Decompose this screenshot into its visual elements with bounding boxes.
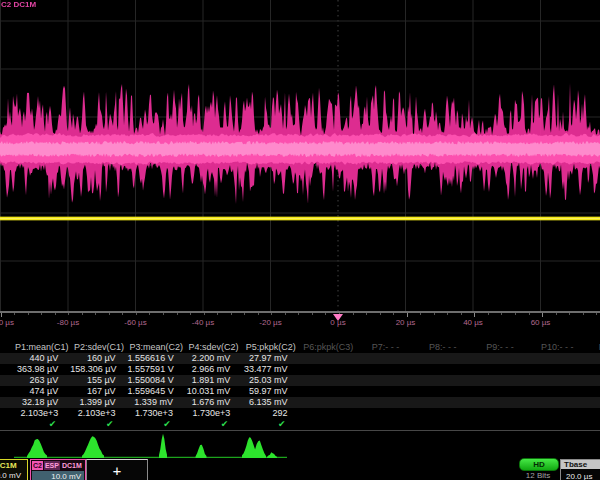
- timebase-title: Tbase: [561, 460, 600, 469]
- hd-bits-label: 12 Bits: [519, 471, 557, 480]
- axis-tick: [407, 313, 408, 317]
- measure-value-min: 155 µV: [70, 375, 115, 386]
- c2-filter-badge: ESP: [44, 461, 60, 470]
- axis-tick: [163, 313, 164, 315]
- axis-label: 60 µs: [531, 318, 551, 327]
- axis-tick: [177, 313, 178, 315]
- c2-scale-value: 10.0 mV: [51, 472, 81, 480]
- measure-column-header[interactable]: P3:mean(C2): [128, 342, 185, 353]
- measure-column-header[interactable]: P2:sdev(C1): [70, 342, 127, 353]
- axis-tick: [258, 313, 259, 315]
- measure-column-header[interactable]: P5:pkpk(C2): [242, 342, 299, 353]
- axis-label: -60 µs: [124, 318, 146, 327]
- axis-tick: [461, 313, 462, 315]
- measure-value-mean: 158.306 µV: [70, 364, 115, 375]
- axis-tick: [136, 313, 137, 315]
- histogram-peak: [82, 436, 104, 458]
- histogram-plot: [0, 431, 600, 459]
- axis-tick: [474, 313, 475, 317]
- measure-column-header[interactable]: P1:mean(C1): [13, 342, 70, 353]
- axis-tick: [95, 313, 96, 315]
- measure-status-check-icon: ✔: [128, 419, 171, 430]
- histogram-peak: [159, 434, 167, 458]
- measure-value-mean: 33.477 mV: [242, 364, 287, 375]
- measure-value-num: 2.103e+3: [70, 408, 115, 419]
- measure-value-num: 1.730e+3: [128, 408, 173, 419]
- measure-value-value: 1.556616 V: [128, 353, 173, 364]
- axis-tick: [569, 313, 570, 315]
- trace-descriptor-label: C2 DC1M: [1, 0, 36, 9]
- axis-tick: [596, 313, 597, 315]
- measurement-table: P1:mean(C1)440 µV363.98 µV263 µV474 µV32…: [0, 342, 600, 430]
- channel-c1-descriptor[interactable]: DC1M 20.0 mV: [0, 459, 28, 480]
- measure-value-mean: 2.966 mV: [185, 364, 230, 375]
- measure-value-max: 10.031 mV: [185, 386, 230, 397]
- measure-value-sdev: 1.399 µV: [70, 397, 115, 408]
- axis-tick: [434, 313, 435, 315]
- c1-coupling-label: DC1M: [0, 461, 17, 470]
- channel-c2-descriptor[interactable]: C2 ESP DC1M 10.0 mV: [30, 459, 86, 480]
- axis-tick: [271, 313, 272, 315]
- measure-value-min: 25.03 mV: [242, 375, 287, 386]
- measure-column-header[interactable]: P6:pkpk(C3): [300, 342, 357, 353]
- axis-tick: [542, 313, 543, 317]
- time-axis: -100 µs-80 µs-60 µs-40 µs-20 µs0 µs20 µs…: [0, 311, 600, 336]
- measure-value-sdev: 6.135 mV: [242, 397, 287, 408]
- hd-mode-button[interactable]: HD: [519, 458, 559, 471]
- axis-tick: [285, 313, 286, 315]
- measure-value-max: 474 µV: [13, 386, 58, 397]
- axis-tick: [204, 313, 205, 315]
- measure-value-sdev: 1.339 mV: [128, 397, 173, 408]
- measure-column-header[interactable]: P10:- - -: [529, 342, 586, 353]
- measure-value-mean: 363.98 µV: [13, 364, 58, 375]
- add-trace-box[interactable]: +: [86, 459, 148, 480]
- oscilloscope-screen: C2 DC1M -100 µs-80 µs-60 µs-40 µs-20 µs0…: [0, 0, 600, 480]
- axis-label: -40 µs: [192, 318, 214, 327]
- measure-value-max: 167 µV: [70, 386, 115, 397]
- measure-value-max: 1.559645 V: [128, 386, 173, 397]
- axis-tick: [366, 313, 367, 315]
- measure-column-header[interactable]: P4:sdev(C2): [185, 342, 242, 353]
- measure-column-header[interactable]: P7:- - -: [357, 342, 414, 353]
- axis-tick: [298, 313, 299, 315]
- axis-tick: [190, 313, 191, 315]
- axis-tick: [41, 313, 42, 315]
- axis-tick: [231, 313, 232, 315]
- axis-tick: [529, 313, 530, 315]
- timebase-descriptor[interactable]: Tbase 20.0 µs: [560, 459, 600, 480]
- axis-tick: [28, 313, 29, 315]
- c2-channel-badge: C2: [32, 461, 43, 470]
- measure-status-check-icon: ✔: [70, 419, 113, 430]
- axis-tick: [82, 313, 83, 315]
- axis-tick: [109, 313, 110, 315]
- axis-tick: [488, 313, 489, 315]
- axis-tick: [420, 313, 421, 315]
- measure-column-header[interactable]: P8:- - -: [414, 342, 471, 353]
- measure-value-min: 1.891 mV: [185, 375, 230, 386]
- measure-value-max: 59.97 mV: [242, 386, 287, 397]
- timebase-scale-value: 20.0 µs: [566, 472, 592, 480]
- axis-tick: [353, 313, 354, 315]
- axis-label: -80 µs: [57, 318, 79, 327]
- measure-column-header[interactable]: P11:- - -: [586, 342, 600, 353]
- axis-tick: [122, 313, 123, 315]
- axis-tick: [501, 313, 502, 315]
- axis-tick: [1, 313, 2, 317]
- measure-column-header[interactable]: P9:- - -: [471, 342, 528, 353]
- measure-status-check-icon: ✔: [185, 419, 228, 430]
- axis-label: -20 µs: [259, 318, 281, 327]
- axis-tick: [68, 313, 69, 315]
- axis-tick: [515, 313, 516, 315]
- c2-descriptor-header: C2 ESP DC1M: [32, 461, 82, 470]
- measure-value-num: 2.103e+3: [13, 408, 58, 419]
- c2-coupling-label: DC1M: [62, 461, 82, 470]
- trigger-position-marker[interactable]: [333, 314, 343, 321]
- axis-tick: [556, 313, 557, 315]
- axis-tick: [55, 313, 56, 315]
- plus-icon: +: [113, 463, 121, 479]
- axis-label: 40 µs: [463, 318, 483, 327]
- axis-tick: [393, 313, 394, 315]
- axis-tick: [217, 313, 218, 315]
- measure-value-sdev: 32.18 µV: [13, 397, 58, 408]
- descriptor-bar: DC1M 20.0 mV C2 ESP DC1M 10.0 mV + HD 12…: [0, 458, 600, 480]
